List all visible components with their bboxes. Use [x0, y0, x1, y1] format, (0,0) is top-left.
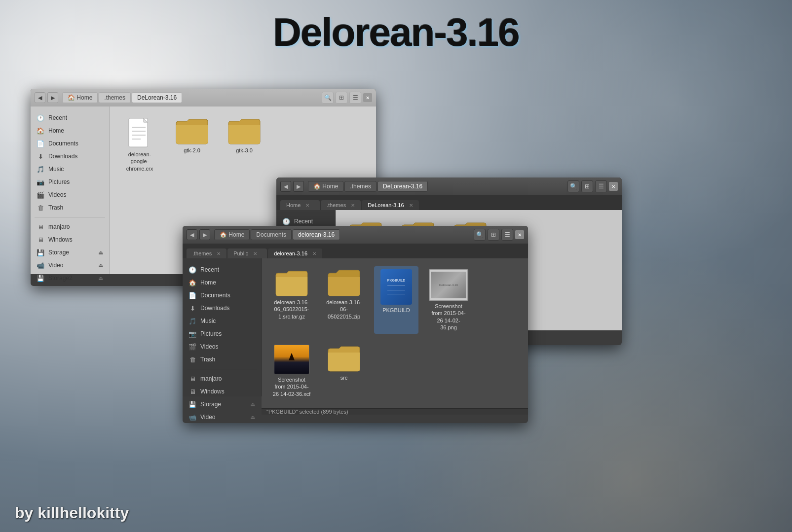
- doc-file-icon: [127, 117, 152, 149]
- sidebar-downloads-3[interactable]: ⬇ Downloads: [183, 302, 261, 315]
- file-screenshot-xcf-label: Screenshot from 2015-04-26 14-02-36.xcf: [272, 376, 311, 397]
- sidebar-video-3[interactable]: 📹 Video ⏏: [183, 411, 261, 423]
- sidebar-windows-3[interactable]: 🖥 Windows: [183, 385, 261, 398]
- crumb-home-2[interactable]: 🏠 Home: [308, 181, 343, 192]
- file-src-label: src: [340, 374, 348, 381]
- toolbar-right-1: 🔍 ⊞ ☰ ✕: [322, 92, 372, 104]
- sidebar-home-1[interactable]: 🏠 Home: [31, 124, 109, 137]
- tab-close-themes-3[interactable]: ✕: [217, 251, 221, 256]
- sidebar-storage-1[interactable]: 💾 Storage ⏏: [31, 246, 109, 259]
- menu-button-1[interactable]: ☰: [349, 92, 361, 104]
- back-button-3[interactable]: ◀: [187, 229, 197, 240]
- back-button-1[interactable]: ◀: [35, 92, 45, 103]
- search-button-3[interactable]: 🔍: [474, 229, 486, 241]
- crumb-delorean-1[interactable]: DeLorean-3.16: [132, 92, 182, 103]
- crumb-themes-1[interactable]: .themes: [99, 92, 131, 103]
- sidebar-music-3[interactable]: 🎵 Music: [183, 315, 261, 327]
- tab-delorean-2[interactable]: DeLorean-3.16 ✕: [362, 200, 418, 210]
- content-area-3: delorean-3.16-06_05022015-1.src.tar.gz d…: [262, 258, 528, 396]
- status-text-3: "PKGBUILD" selected (899 bytes): [266, 409, 348, 415]
- sidebar-storage-3[interactable]: 💾 Storage ⏏: [183, 398, 261, 411]
- sidebar-manjaro-1[interactable]: 🖥 manjaro: [31, 220, 109, 233]
- file-tar-label: delorean-3.16-06_05022015-1.src.tar.gz: [272, 299, 311, 320]
- view-grid-button-3[interactable]: ⊞: [488, 229, 499, 241]
- sidebar-pictures-1[interactable]: 📷 Pictures: [31, 176, 109, 188]
- file-screenshot-png[interactable]: Delorean-3.16 Screenshot from 2015-04-26…: [426, 266, 471, 334]
- file-gtk2[interactable]: gtk-2.0: [170, 114, 214, 175]
- sidebar-label: Video: [48, 262, 63, 269]
- sidebar-home-3[interactable]: 🏠 Home: [183, 276, 261, 289]
- toolbar-right-3: 🔍 ⊞ ☰ ✕: [474, 229, 524, 241]
- sidebar-label: Storage2: [48, 275, 73, 282]
- search-button-2[interactable]: 🔍: [567, 180, 579, 192]
- file-crx[interactable]: delorean-google-chrome.crx: [117, 114, 162, 175]
- tab-close-themes-2[interactable]: ✕: [351, 203, 355, 208]
- sidebar-pictures-3[interactable]: 📷 Pictures: [183, 327, 261, 340]
- sidebar-label: Trash: [48, 204, 63, 211]
- titlebar-1: ◀ ▶ 🏠 Home .themes DeLorean-3.16 🔍 ⊞ ☰ ✕: [31, 89, 376, 106]
- crumb-themes-2[interactable]: .themes: [344, 181, 377, 192]
- close-button-1[interactable]: ✕: [363, 93, 372, 102]
- sidebar-recent-3[interactable]: 🕐 Recent: [183, 263, 261, 276]
- search-button-1[interactable]: 🔍: [322, 92, 334, 104]
- sidebar-music-1[interactable]: 🎵 Music: [31, 163, 109, 176]
- storage2-icon-1: 💾: [37, 274, 44, 282]
- sidebar-recent-1[interactable]: 🕐 Recent: [31, 111, 109, 124]
- sidebar-label-3d: Downloads: [200, 305, 229, 312]
- sidebar-videos-1[interactable]: 🎬 Videos: [31, 188, 109, 201]
- file-zip[interactable]: delorean-3.16-06-05022015.zip: [322, 266, 366, 334]
- view-grid-button-2[interactable]: ⊞: [581, 180, 593, 192]
- tab-close-public-3[interactable]: ✕: [253, 251, 257, 256]
- crumb-delorean-2[interactable]: DeLorean-3.16: [377, 181, 428, 192]
- close-button-3[interactable]: ✕: [515, 230, 524, 239]
- tab-public-3[interactable]: Public ✕: [227, 248, 267, 258]
- file-gtk3[interactable]: gtk-3.0: [222, 114, 266, 175]
- crumb-documents-3[interactable]: Documents: [251, 229, 292, 240]
- sidebar-video-1[interactable]: 📹 Video ⏏: [31, 259, 109, 272]
- menu-button-3[interactable]: ☰: [501, 229, 513, 241]
- toolbar-right-2: 🔍 ⊞ ☰ ✕: [567, 180, 618, 192]
- videos-icon-3: 🎬: [189, 343, 196, 351]
- sidebar-3: 🕐 Recent 🏠 Home 📄 Documents ⬇ Downloads …: [183, 258, 262, 396]
- tab-themes-2[interactable]: .themes ✕: [321, 200, 361, 210]
- crumb-home-3[interactable]: 🏠 Home: [214, 229, 250, 240]
- close-button-2[interactable]: ✕: [609, 182, 618, 191]
- sidebar-storage2-1[interactable]: 💾 Storage2 ⏏: [31, 272, 109, 284]
- file-screenshot-xcf[interactable]: Screenshot from 2015-04-26 14-02-36.xcf: [269, 342, 314, 400]
- sidebar-label: Windows: [48, 236, 73, 243]
- forward-button-1[interactable]: ▶: [47, 92, 58, 103]
- tab-close-delorean-2[interactable]: ✕: [409, 203, 413, 208]
- sidebar-trash-3[interactable]: 🗑 Trash: [183, 353, 261, 366]
- sidebar-label: Downloads: [48, 153, 77, 160]
- forward-button-3[interactable]: ▶: [199, 229, 210, 240]
- tab-home-2[interactable]: Home ✕: [280, 200, 320, 210]
- sidebar-downloads-1[interactable]: ⬇ Downloads: [31, 150, 109, 163]
- crumb-delorean316-3[interactable]: delorean-3.16: [293, 229, 340, 240]
- titlebar-3: ◀ ▶ 🏠 Home Documents delorean-3.16 🔍 ⊞ ☰…: [183, 226, 528, 244]
- tab-close-delorean316-3[interactable]: ✕: [312, 251, 316, 256]
- home-icon-1: 🏠: [37, 127, 44, 135]
- sidebar-documents-3[interactable]: 📄 Documents: [183, 289, 261, 302]
- storage-icon-3: 💾: [189, 400, 196, 408]
- menu-button-2[interactable]: ☰: [595, 180, 607, 192]
- sidebar-label-3: Recent: [200, 266, 219, 273]
- view-grid-button-1[interactable]: ⊞: [336, 92, 347, 104]
- sidebar-label: Pictures: [48, 178, 70, 185]
- sidebar-videos-3[interactable]: 🎬 Videos: [183, 340, 261, 353]
- windows-icon-3: 🖥: [189, 388, 196, 395]
- file-pkgbuild[interactable]: PKGBUILD —————— —————— —————— PKGBUILD: [374, 266, 418, 334]
- back-button-2[interactable]: ◀: [280, 181, 291, 192]
- sidebar-windows-1[interactable]: 🖥 Windows: [31, 233, 109, 246]
- breadcrumb-3: 🏠 Home Documents delorean-3.16: [214, 229, 472, 240]
- tab-themes-3[interactable]: .themes ✕: [187, 248, 226, 258]
- sidebar-manjaro-3[interactable]: 🖥 manjaro: [183, 372, 261, 385]
- file-tar-gz[interactable]: delorean-3.16-06_05022015-1.src.tar.gz: [269, 266, 314, 334]
- crumb-home-1[interactable]: 🏠 Home: [62, 92, 98, 103]
- sidebar-trash-1[interactable]: 🗑 Trash: [31, 201, 109, 214]
- sidebar-documents-1[interactable]: 📄 Documents: [31, 137, 109, 150]
- tab-close-home-2[interactable]: ✕: [305, 203, 309, 208]
- screenshot-png-thumb: Delorean-3.16: [429, 269, 468, 301]
- file-src[interactable]: src: [322, 342, 366, 400]
- tab-delorean316-3[interactable]: delorean-3.16 ✕: [268, 248, 322, 258]
- forward-button-2[interactable]: ▶: [293, 181, 304, 192]
